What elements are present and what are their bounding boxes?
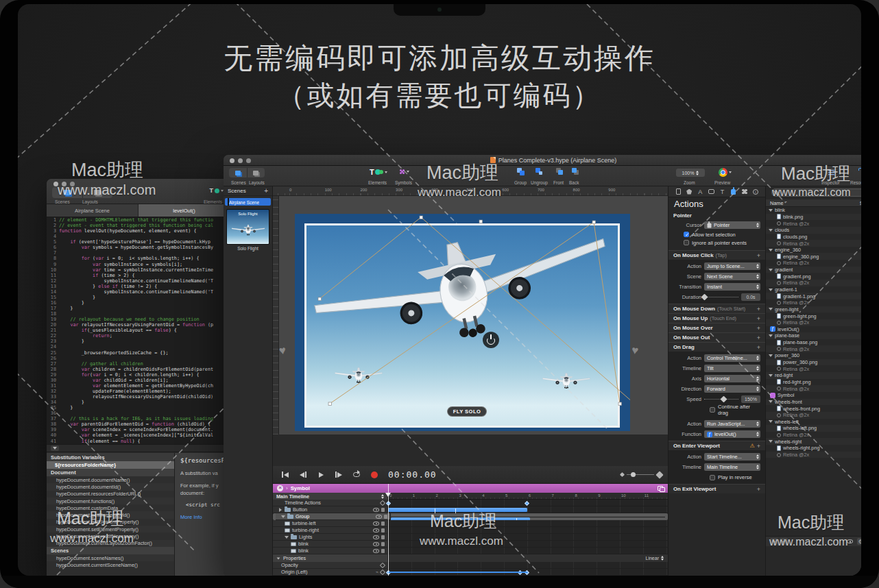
scene-thumbnail-airplane[interactable]: Airplane Scene xyxy=(225,198,271,206)
resource-row[interactable]: Retina @2x xyxy=(766,432,861,439)
fly-solo-button[interactable]: FLY SOLO xyxy=(447,406,487,417)
disclosure-icon[interactable] xyxy=(769,334,773,337)
playhead[interactable] xyxy=(388,484,389,576)
resource-row[interactable]: red-light.png2.2 K xyxy=(766,379,861,386)
visibility-eye-icon[interactable] xyxy=(373,522,379,526)
jump-start-button[interactable] xyxy=(278,469,292,480)
slider-value[interactable]: 150% xyxy=(741,395,760,403)
transition-select[interactable]: Instant xyxy=(704,283,760,291)
resource-row[interactable]: clouds.png27.5 K xyxy=(766,234,861,241)
disclosure-icon[interactable] xyxy=(281,515,285,518)
visibility-eye-icon[interactable] xyxy=(373,535,379,539)
timeline-property-row[interactable]: Opacity xyxy=(273,562,668,569)
resource-row[interactable]: Retina @2x xyxy=(766,365,861,372)
disclosure-icon[interactable] xyxy=(769,308,773,310)
tab-metrics-icon[interactable]: A xyxy=(696,188,704,195)
keyframe-add-icon[interactable] xyxy=(380,500,385,505)
resource-row[interactable]: Retina @2x xyxy=(766,319,861,326)
resource-row[interactable]: engine_360 xyxy=(766,247,861,254)
action-select[interactable]: Run JavaScript... xyxy=(704,420,760,428)
main-timeline-selector[interactable]: Main Timeline xyxy=(273,493,388,500)
resource-row[interactable]: wheels-right.png2.3 K xyxy=(766,445,861,452)
visibility-eye-icon[interactable] xyxy=(373,542,379,546)
cursor-select[interactable]: Pointer xyxy=(704,221,760,229)
tab-physics-icon[interactable] xyxy=(740,188,749,195)
continue-after-drag-checkbox[interactable] xyxy=(710,407,715,413)
lock-icon[interactable] xyxy=(381,549,385,553)
add-action-button[interactable]: + xyxy=(757,344,760,351)
step-back-button[interactable] xyxy=(296,469,310,480)
tab-document-icon[interactable] xyxy=(674,188,682,195)
play-button[interactable] xyxy=(314,469,328,480)
action-section-header[interactable]: On Mouse Out+ xyxy=(669,332,765,342)
record-button[interactable] xyxy=(368,469,381,480)
visibility-eye-icon[interactable] xyxy=(373,528,379,532)
elements-button[interactable]: T xyxy=(370,168,387,176)
allow-text-selection-checkbox[interactable] xyxy=(684,232,689,237)
add-action-button[interactable]: + xyxy=(757,252,760,259)
resource-row[interactable]: green-light xyxy=(766,306,861,313)
tab-text-icon[interactable]: T xyxy=(719,188,727,195)
disclosure-icon[interactable] xyxy=(769,249,773,252)
timeline-layer-row[interactable]: Timeline Actions xyxy=(273,500,668,506)
action-section-header[interactable]: On Mouse Over+ xyxy=(669,323,765,332)
action-select[interactable]: Control Timeline... xyxy=(704,354,760,362)
elements-button[interactable]: T xyxy=(210,187,224,194)
tab-levelout-function[interactable]: levelOut() xyxy=(139,204,230,217)
substitution-item[interactable]: hypeDocument.sceneNames() xyxy=(47,554,174,561)
visibility-eye-icon[interactable] xyxy=(376,515,382,519)
resource-row[interactable]: Symbol xyxy=(766,392,861,399)
disclosure-icon[interactable] xyxy=(285,536,289,539)
tab-actions-icon[interactable] xyxy=(730,189,738,195)
close-button[interactable] xyxy=(230,158,234,163)
timeline-layer-row[interactable]: blink xyxy=(273,548,668,554)
resource-row[interactable]: power_360 xyxy=(766,352,861,359)
disclosure-icon[interactable] xyxy=(769,354,773,357)
minimize-button[interactable] xyxy=(238,158,243,163)
substitution-item[interactable]: hypeDocument.currentSceneName() xyxy=(47,561,174,568)
resource-row[interactable]: Retina @2x xyxy=(766,240,861,247)
timeline-zoom-slider[interactable] xyxy=(621,472,662,478)
resource-row[interactable]: gradient-1.png4.4 K xyxy=(766,293,861,299)
bring-front-button[interactable] xyxy=(556,168,564,175)
tab-airplane-scene[interactable]: Airplane Scene xyxy=(47,204,139,217)
resource-row[interactable]: gradient xyxy=(766,267,861,273)
keyframe-add-icon[interactable] xyxy=(380,562,385,567)
scenes-layouts-segment[interactable] xyxy=(229,168,265,177)
resource-row[interactable]: Retina @2x xyxy=(766,385,861,392)
add-action-button[interactable]: + xyxy=(757,325,760,332)
resource-row[interactable]: Retina @2x xyxy=(766,452,861,458)
disclosure-icon[interactable] xyxy=(769,229,773,232)
resource-row[interactable]: wheels-left xyxy=(766,419,861,426)
action-section-header[interactable]: On Enter Viewport⚠+ xyxy=(669,441,765,450)
resource-row[interactable]: blink.png4.0 K xyxy=(766,214,861,221)
resource-row[interactable]: engine_360.png13.1 K xyxy=(766,253,861,260)
resource-row[interactable]: Retina @2x xyxy=(766,299,861,306)
disclosure-icon[interactable] xyxy=(769,440,773,443)
resource-row[interactable]: green-light.png2.2 K xyxy=(766,313,861,319)
resource-row[interactable]: Retina @2x xyxy=(766,220,861,227)
visibility-eye-icon[interactable] xyxy=(373,549,379,553)
disclosure-icon[interactable] xyxy=(769,209,773,212)
resource-row[interactable]: blink xyxy=(766,207,861,214)
slider-knob[interactable] xyxy=(720,396,727,403)
code-editor[interactable]: 1// element - DOMHTMLElement that trigge… xyxy=(47,217,230,444)
function-select[interactable]: ƒlevelOut() xyxy=(704,430,760,438)
action-section-header[interactable]: On Mouse Up(Touch End)+ xyxy=(669,313,765,323)
substitution-item[interactable]: hypeDocument.documentName() xyxy=(47,476,174,483)
slider-value[interactable]: 0.0s xyxy=(741,293,760,301)
lock-icon[interactable] xyxy=(384,515,387,519)
keyframe-diamond[interactable] xyxy=(525,500,529,505)
resource-row[interactable]: ƒlevelOut() xyxy=(766,326,861,333)
resource-row[interactable]: wheels-front xyxy=(766,399,861,406)
resource-row[interactable]: wheels-left.png2.3 K xyxy=(766,425,861,432)
group-button[interactable] xyxy=(517,168,525,175)
direction-select[interactable]: Forward xyxy=(704,385,760,393)
add-scene-button[interactable]: + xyxy=(264,187,268,195)
add-action-button[interactable]: + xyxy=(757,315,760,322)
add-action-button[interactable]: + xyxy=(757,486,760,493)
resource-row[interactable]: gradient-1 xyxy=(766,286,861,293)
resource-row[interactable]: wheels-front.png1.6 K xyxy=(766,405,861,412)
window-titlebar[interactable]: Planes Complete-v3.hype (Airplane Scene) xyxy=(224,155,861,166)
screenshot-icon[interactable] xyxy=(658,486,664,491)
